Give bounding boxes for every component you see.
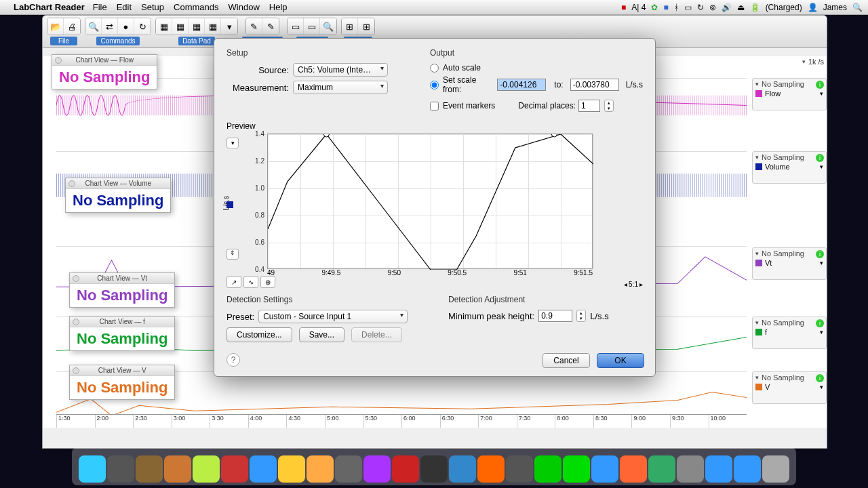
dock-app-icon[interactable] — [620, 455, 647, 483]
toolbar-button[interactable]: ⊞ — [358, 18, 374, 35]
dock-app-icon[interactable] — [307, 455, 334, 483]
toolbar-button[interactable]: ⊞ — [342, 18, 358, 35]
chart-view-window[interactable]: Chart View — FlowNo Sampling — [52, 54, 157, 89]
dock-app-icon[interactable] — [677, 455, 704, 483]
dock-app-icon[interactable] — [79, 455, 106, 483]
toolbar-button[interactable]: ▭ — [288, 18, 304, 35]
dock-app-icon[interactable] — [250, 455, 277, 483]
preview-tool-2[interactable]: ∿ — [243, 276, 258, 288]
dock-app-icon[interactable] — [591, 455, 618, 483]
volume-icon[interactable]: 🔊 — [722, 3, 732, 12]
user-name[interactable]: James — [823, 3, 847, 12]
dock-app-icon[interactable] — [363, 455, 391, 483]
save-preset-button[interactable]: Save... — [299, 327, 344, 342]
dock-app-icon[interactable] — [136, 455, 163, 483]
app-name[interactable]: LabChart Reader — [14, 2, 85, 12]
auto-scale-radio[interactable] — [430, 64, 439, 73]
menu-setup[interactable]: Setup — [141, 2, 164, 12]
toolbar-button[interactable]: 📂 — [47, 18, 64, 35]
dock-app-icon[interactable] — [420, 455, 448, 483]
toolbar-button[interactable]: ▭ — [304, 18, 320, 35]
toolbar-button[interactable]: 🖨 — [64, 18, 80, 35]
user-icon[interactable]: 👤 — [808, 3, 818, 12]
min-peak-input[interactable] — [538, 310, 572, 322]
dock-app-icon[interactable] — [335, 455, 362, 483]
wifi-icon[interactable]: ⊚ — [709, 3, 716, 12]
time-tick: 3:30 — [210, 415, 248, 428]
dock-app-icon[interactable] — [734, 455, 761, 483]
chart-view-window[interactable]: Chart View — VolumeNo Sampling — [65, 178, 171, 213]
spotlight-icon[interactable]: 🔍 — [852, 3, 863, 12]
display-icon[interactable]: ▭ — [684, 3, 692, 12]
menu-file[interactable]: File — [93, 2, 107, 12]
menu-commands[interactable]: Commands — [174, 2, 218, 12]
chart-view-window[interactable]: Chart View — fNo Sampling — [69, 316, 175, 351]
dock-app-icon[interactable] — [762, 455, 789, 483]
dock-app-icon[interactable] — [534, 455, 561, 483]
toolbar-button[interactable]: ▦ — [156, 18, 172, 35]
dock-app-icon[interactable] — [164, 455, 191, 483]
delete-preset-button[interactable]: Delete... — [351, 327, 402, 342]
measurement-select[interactable]: Maximum — [293, 81, 388, 94]
toolbar-button[interactable]: ↻ — [134, 18, 151, 35]
dock-app-icon[interactable] — [278, 455, 305, 483]
toolbar-button[interactable]: ▾ — [221, 18, 237, 35]
preset-select[interactable]: Custom - Source Input 1 — [258, 310, 408, 323]
toolbar-button[interactable]: ▦ — [172, 18, 189, 35]
dock-app-icon[interactable] — [506, 455, 533, 483]
dock[interactable] — [72, 447, 796, 485]
cancel-button[interactable]: Cancel — [542, 353, 590, 368]
battery-icon[interactable]: 🔋 — [750, 3, 760, 12]
toolbar-button[interactable]: ● — [118, 18, 134, 35]
set-scale-radio[interactable] — [430, 81, 439, 89]
dock-app-icon[interactable] — [392, 455, 419, 483]
preview-zoom[interactable]: ◂ 5:1 ▸ — [624, 281, 643, 288]
eject-icon[interactable]: ⏏ — [737, 3, 745, 12]
preview-tool-1[interactable]: ↗ — [226, 276, 241, 288]
preview-tool-3[interactable]: ⊕ — [260, 276, 275, 288]
chart-view-window[interactable]: Chart View — VNo Sampling — [69, 365, 175, 400]
dock-app-icon[interactable] — [477, 455, 505, 483]
toolbar-button[interactable]: ⇄ — [102, 18, 118, 35]
customize-button[interactable]: Customize... — [226, 327, 292, 342]
channel-f[interactable]: ▾ No Sampling f▾ i — [752, 317, 827, 349]
channel-volume[interactable]: ▾ No Sampling Volume▾ i — [752, 151, 827, 184]
help-button[interactable]: ? — [226, 353, 240, 367]
preview-collapse-button[interactable]: ▾ — [226, 138, 239, 148]
preview-yaxis-tool[interactable]: ⇕ — [226, 249, 239, 260]
channel-flow[interactable]: ▾ No Sampling Flow▾ i — [752, 78, 827, 110]
menu-help[interactable]: Help — [269, 2, 288, 12]
preview-chart[interactable] — [267, 134, 593, 269]
toolbar-button[interactable]: ✎ — [262, 18, 279, 35]
dock-app-icon[interactable] — [193, 455, 220, 483]
toolbar-button[interactable]: 🔍 — [320, 18, 336, 35]
scale-from-input[interactable] — [497, 79, 546, 91]
menu-window[interactable]: Window — [229, 2, 260, 12]
toolbar-button[interactable]: 🔍 — [85, 18, 102, 35]
time-tick: 5:30 — [363, 415, 402, 428]
dock-app-icon[interactable] — [648, 455, 675, 483]
min-peak-spinner[interactable]: ▴▾ — [576, 310, 586, 322]
scale-unit-label: L/s.s — [626, 80, 643, 89]
decimal-spinner[interactable]: ▴▾ — [604, 100, 614, 112]
scale-to-input[interactable] — [570, 79, 619, 91]
menu-extra-icon[interactable]: ■ — [663, 3, 668, 12]
ok-button[interactable]: OK — [597, 353, 644, 368]
dock-app-icon[interactable] — [705, 455, 732, 483]
channel-vt[interactable]: ▾ No Sampling Vt▾ i — [752, 247, 827, 280]
menu-edit[interactable]: Edit — [117, 2, 132, 12]
bluetooth-icon[interactable]: ᚼ — [674, 3, 679, 12]
dock-app-icon[interactable] — [563, 455, 590, 483]
dock-app-icon[interactable] — [449, 455, 476, 483]
chart-view-window[interactable]: Chart View — VtNo Sampling — [69, 272, 175, 308]
dock-app-icon[interactable] — [221, 455, 248, 483]
dock-app-icon[interactable] — [107, 455, 134, 483]
event-markers-checkbox[interactable] — [430, 102, 439, 110]
timemachine-icon[interactable]: ↻ — [697, 3, 704, 12]
decimal-places-input[interactable] — [578, 100, 600, 112]
channel-v[interactable]: ▾ No Sampling V▾ i — [752, 371, 827, 404]
source-select[interactable]: Ch5: Volume (Inte… — [293, 63, 388, 77]
toolbar-button[interactable]: ✎ — [246, 18, 262, 35]
toolbar-button[interactable]: ▦ — [189, 18, 205, 35]
toolbar-button[interactable]: ▦ — [205, 18, 221, 35]
